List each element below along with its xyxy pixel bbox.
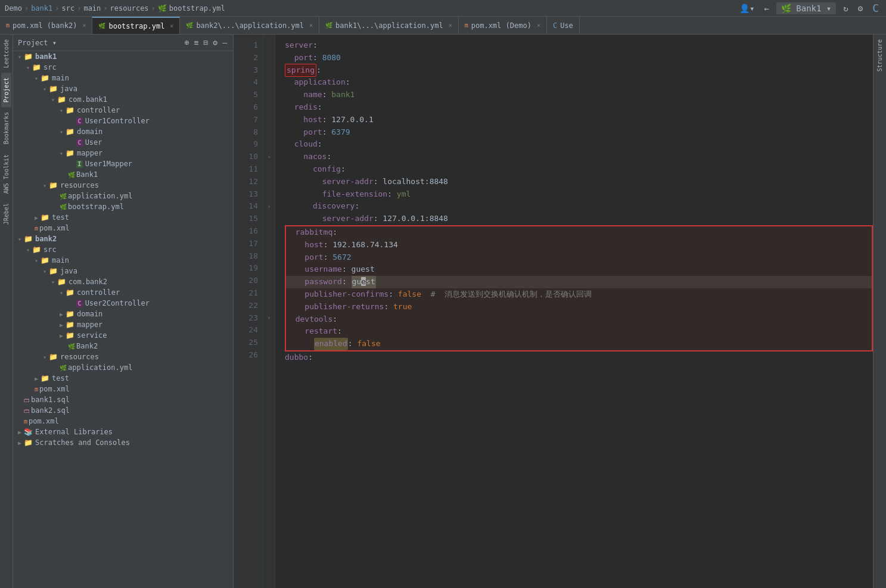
breadcrumb-src[interactable]: src bbox=[62, 4, 75, 13]
tree-bank1-sql[interactable]: 🗃 bank1.sql bbox=[13, 394, 233, 405]
tree-com-bank1[interactable]: ▾ 📁 com.bank1 bbox=[13, 94, 233, 105]
code-line-17: host: 192.168.74.134 bbox=[286, 239, 872, 251]
tree-main[interactable]: ▾ 📁 main bbox=[13, 73, 233, 83]
code-editor[interactable]: 1 2 3 4 5 6 7 8 9 10 11 12 13 14 15 16 1 bbox=[234, 35, 873, 588]
refresh-icon[interactable]: ↻ bbox=[841, 2, 850, 14]
sidebar-toolbar: Project ▾ ⊕ ≡ ⊟ ⚙ — bbox=[13, 35, 233, 51]
tree-resources[interactable]: ▾ 📁 resources bbox=[13, 180, 233, 191]
code-line-13: file-extension: yml bbox=[285, 188, 873, 201]
breadcrumb-main[interactable]: main bbox=[83, 4, 101, 13]
breadcrumb-file[interactable]: 🌿 bbox=[158, 4, 167, 13]
tree-bank1-class[interactable]: 🌿 Bank1 bbox=[13, 169, 233, 180]
breadcrumb-resources[interactable]: resources bbox=[110, 4, 149, 13]
tree-controller[interactable]: ▾ 📁 controller bbox=[13, 105, 233, 116]
left-strip-project[interactable]: Project bbox=[1, 73, 11, 107]
locate-file-icon[interactable]: ⊕ bbox=[184, 37, 191, 48]
tab-bank1-app[interactable]: 🌿 bank1\...\application.yml × bbox=[319, 17, 459, 35]
tree-main2[interactable]: ▾ 📁 main bbox=[13, 255, 233, 266]
left-strip-bookmarks[interactable]: Bookmarks bbox=[1, 107, 11, 149]
code-line-23: devtools: bbox=[286, 313, 872, 326]
tab-bootstrap-yml[interactable]: 🌿 bootstrap.yml × bbox=[92, 17, 180, 35]
yaml-icon-app2: 🌿 bbox=[60, 365, 67, 371]
tree-test[interactable]: ▶ 📁 test bbox=[13, 212, 233, 223]
tab-pom-bank2-close[interactable]: × bbox=[82, 22, 86, 29]
tab-pom-bank2[interactable]: m pom.xml (bank2) × bbox=[0, 17, 92, 35]
left-strip-leetcode[interactable]: Leetcode bbox=[1, 35, 11, 73]
yaml-icon-bootstrap: 🌿 bbox=[60, 204, 67, 210]
breadcrumb-filename: bootstrap.yml bbox=[169, 4, 225, 13]
tree-pom-bank1[interactable]: m pom.xml bbox=[13, 223, 233, 234]
filter-icon[interactable]: ⊟ bbox=[203, 37, 210, 48]
tree-src2[interactable]: ▾ 📁 src bbox=[13, 244, 233, 255]
tree-src-label: src bbox=[43, 63, 57, 71]
editor-gutter: ▾ ▾ ▾ bbox=[263, 35, 275, 588]
tab-pom-demo[interactable]: m pom.xml (Demo) × bbox=[459, 17, 547, 35]
tab-bank2-app-close[interactable]: × bbox=[309, 22, 313, 29]
left-strip-jrebel[interactable]: JRebel bbox=[1, 198, 11, 229]
tree-java[interactable]: ▾ 📁 java bbox=[13, 83, 233, 94]
tab-user[interactable]: C Use bbox=[547, 17, 580, 35]
tree-user1mapper[interactable]: I User1Mapper bbox=[13, 158, 233, 169]
tree-controller2[interactable]: ▾ 📁 controller bbox=[13, 287, 233, 298]
folder-icon-main2: 📁 bbox=[41, 256, 49, 265]
breadcrumb-demo[interactable]: Demo bbox=[5, 4, 22, 13]
tree-application-yml[interactable]: 🌿 application.yml bbox=[13, 191, 233, 201]
settings-icon[interactable]: ⚙ bbox=[856, 2, 865, 14]
tree-bank2[interactable]: ▾ 📁 bank2 bbox=[13, 234, 233, 244]
folder-icon-bank1: 📁 bbox=[24, 52, 33, 61]
tree-user1controller-label: User1Controller bbox=[85, 117, 150, 125]
tree-mapper2[interactable]: ▶ 📁 mapper bbox=[13, 319, 233, 330]
tree-test2[interactable]: ▶ 📁 test bbox=[13, 373, 233, 384]
tree-test-label: test bbox=[52, 213, 69, 222]
tree-service[interactable]: ▶ 📁 service bbox=[13, 330, 233, 341]
code-line-25: enabled: false bbox=[286, 338, 872, 350]
project-title[interactable]: Project ▾ bbox=[18, 39, 181, 47]
tree-application-yml2[interactable]: 🌿 application.yml bbox=[13, 362, 233, 373]
tree-user[interactable]: C User bbox=[13, 137, 233, 148]
tab-bank1-app-label: bank1\...\application.yml bbox=[335, 21, 443, 30]
tab-yaml-icon: 🌿 bbox=[186, 22, 193, 29]
account-icon[interactable]: 👤▾ bbox=[737, 2, 757, 14]
tree-java2[interactable]: ▾ 📁 java bbox=[13, 266, 233, 276]
tree-external-libs[interactable]: ▶ 📚 External Libraries bbox=[13, 427, 233, 437]
pom-icon-bank2: m bbox=[35, 386, 38, 393]
more-icon[interactable]: C bbox=[870, 1, 881, 15]
project-dropdown[interactable]: 🌿 Bank1 ▾ bbox=[776, 2, 836, 14]
left-strip-aws[interactable]: AWS Toolkit bbox=[1, 150, 11, 198]
tree-src[interactable]: ▾ 📁 src bbox=[13, 62, 233, 73]
tab-bank1-app-close[interactable]: × bbox=[449, 22, 452, 29]
tree-mapper-label: mapper bbox=[77, 149, 102, 157]
back-icon[interactable]: ← bbox=[761, 2, 771, 14]
right-strip-structure[interactable]: Structure bbox=[875, 35, 885, 76]
tree-bank1[interactable]: ▾ 📁 bank1 bbox=[13, 51, 233, 62]
tree-scratches[interactable]: ▶ 📁 Scratches and Consoles bbox=[13, 437, 233, 448]
tree-domain2[interactable]: ▶ 📁 domain bbox=[13, 309, 233, 319]
breadcrumb-bank1[interactable]: bank1 bbox=[31, 4, 52, 13]
tree-java2-label: java bbox=[60, 267, 77, 275]
tab-bootstrap-yml-close[interactable]: × bbox=[170, 23, 173, 29]
hide-sidebar-icon[interactable]: — bbox=[221, 37, 228, 48]
tree-bank1-label: bank1 bbox=[35, 52, 57, 61]
tree-bootstrap-yml[interactable]: 🌿 bootstrap.yml bbox=[13, 201, 233, 212]
tree-resources2[interactable]: ▾ 📁 resources bbox=[13, 351, 233, 362]
editor-area: 1 2 3 4 5 6 7 8 9 10 11 12 13 14 15 16 1 bbox=[234, 35, 873, 588]
tree-user1controller[interactable]: C User1Controller bbox=[13, 116, 233, 126]
tree-bank2-class[interactable]: 🌿 Bank2 bbox=[13, 341, 233, 351]
tree-user2controller-label: User2Controller bbox=[85, 299, 150, 307]
tree-mapper[interactable]: ▾ 📁 mapper bbox=[13, 148, 233, 158]
tree-bank2-sql-label: bank2.sql bbox=[31, 406, 70, 415]
folder-icon-resources: 📁 bbox=[49, 181, 58, 189]
gear-sidebar-icon[interactable]: ⚙ bbox=[212, 37, 219, 48]
code-line-26: dubbo: bbox=[285, 351, 873, 364]
tree-pom-root[interactable]: m pom.xml bbox=[13, 416, 233, 427]
tree-domain[interactable]: ▾ 📁 domain bbox=[13, 126, 233, 137]
tree-bank2-sql[interactable]: 🗃 bank2.sql bbox=[13, 405, 233, 416]
tree-com-bank2[interactable]: ▾ 📁 com.bank2 bbox=[13, 276, 233, 287]
tab-bank2-app[interactable]: 🌿 bank2\...\application.yml × bbox=[180, 17, 319, 35]
tree-pom-bank2[interactable]: m pom.xml bbox=[13, 384, 233, 394]
tab-pom-demo-close[interactable]: × bbox=[537, 22, 540, 29]
code-content[interactable]: server: port: 8080 spring: application: bbox=[275, 35, 873, 588]
sql-icon-bank2: 🗃 bbox=[24, 407, 30, 414]
collapse-all-icon[interactable]: ≡ bbox=[193, 37, 200, 48]
tree-user2controller[interactable]: C User2Controller bbox=[13, 298, 233, 309]
